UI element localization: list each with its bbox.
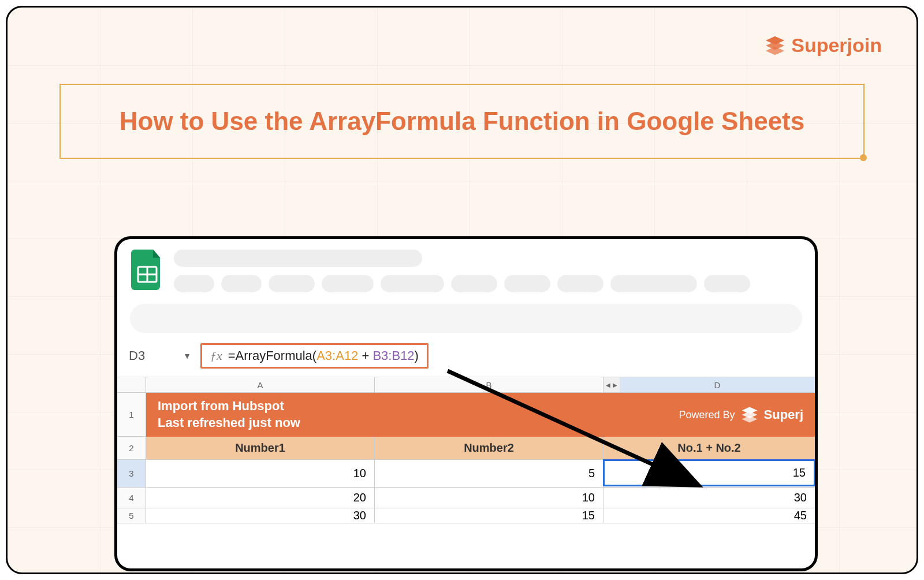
menu-ph-10 xyxy=(704,275,750,292)
row-number-3[interactable]: 3 xyxy=(117,460,146,487)
sheets-titlebar xyxy=(117,239,815,296)
doc-title-placeholder xyxy=(174,250,422,267)
banner-line-2: Last refreshed just now xyxy=(158,415,300,432)
powered-by-brand: Superj xyxy=(764,407,803,422)
val-B4: 10 xyxy=(375,488,603,508)
menu-ph-7 xyxy=(504,275,550,292)
menu-ph-9 xyxy=(610,275,697,292)
val-B5: 15 xyxy=(375,508,603,523)
banner-text: Import from Hubspot Last refreshed just … xyxy=(158,398,300,431)
column-header-A[interactable]: A xyxy=(146,377,375,392)
val-A4: 20 xyxy=(146,488,374,508)
active-cell-ref: D3 xyxy=(129,348,145,363)
svg-marker-2 xyxy=(766,46,784,54)
sheets-mock-frame: D3 ▼ ƒx =ArrayFormula(A3:A12 + B3:B12) A… xyxy=(114,236,818,571)
header-number1: Number1 xyxy=(146,437,374,459)
banner-line-1: Import from Hubspot xyxy=(158,398,300,415)
val-D3: 15 xyxy=(793,466,806,479)
title-placeholders xyxy=(174,250,801,292)
brand-logo: Superjoin xyxy=(765,34,882,57)
page-title-box: How to Use the ArrayFormula Function in … xyxy=(59,84,865,159)
header-cell-B[interactable]: Number2 xyxy=(375,437,603,459)
fx-icon: ƒx xyxy=(210,348,222,363)
header-sum: No.1 + No.2 xyxy=(603,437,815,459)
val-A5: 30 xyxy=(146,508,374,523)
banner-row: 1 Import from Hubspot Last refreshed jus… xyxy=(117,393,815,437)
table-header-row: 2 Number1 Number2 No.1 + No.2 xyxy=(117,437,815,460)
val-D5: 45 xyxy=(603,508,815,523)
banner-powered-by: Powered By Superj xyxy=(679,406,803,423)
menu-ph-2 xyxy=(221,275,262,292)
header-number2: Number2 xyxy=(375,437,603,459)
column-header-D[interactable]: D xyxy=(620,377,815,392)
cell-D3[interactable]: 15 xyxy=(603,460,815,487)
import-banner: Import from Hubspot Last refreshed just … xyxy=(146,393,815,437)
row-number-4[interactable]: 4 xyxy=(117,488,146,508)
row-number-5[interactable]: 5 xyxy=(117,508,146,523)
cell-A3[interactable]: 10 xyxy=(146,460,375,487)
superjoin-logo-icon xyxy=(741,406,758,423)
cell-D5[interactable]: 45 xyxy=(603,508,815,523)
formula-suffix: ) xyxy=(415,348,419,363)
formula-prefix: =ArrayFormula( xyxy=(228,348,316,363)
chevron-down-icon[interactable]: ▼ xyxy=(183,351,191,360)
page-title: How to Use the ArrayFormula Function in … xyxy=(120,107,805,135)
column-header-row[interactable]: A B ◀▶ D xyxy=(117,377,815,393)
menu-ph-4 xyxy=(322,275,374,292)
select-all-corner[interactable] xyxy=(117,377,146,392)
row-number-1[interactable]: 1 xyxy=(117,393,146,436)
menu-ph-1 xyxy=(174,275,214,292)
powered-by-label: Powered By xyxy=(679,409,735,421)
cell-A4[interactable]: 20 xyxy=(146,488,375,508)
formula-bar[interactable]: D3 ▼ ƒx =ArrayFormula(A3:A12 + B3:B12) xyxy=(117,343,815,369)
column-header-B[interactable]: B xyxy=(375,377,603,392)
cell-D4[interactable]: 30 xyxy=(603,488,815,508)
superjoin-logo-icon xyxy=(765,35,785,56)
table-row: 3 10 5 15 xyxy=(117,460,815,488)
cell-B3[interactable]: 5 xyxy=(375,460,603,487)
header-cell-A[interactable]: Number1 xyxy=(146,437,375,459)
selected-cell[interactable]: 15 xyxy=(603,459,815,486)
formula-op: + xyxy=(358,348,372,363)
table-row: 5 30 15 45 xyxy=(117,508,815,523)
menu-ph-3 xyxy=(269,275,315,292)
val-B3: 5 xyxy=(375,460,603,487)
menu-ph-8 xyxy=(557,275,603,292)
title-resize-handle xyxy=(860,154,867,161)
menu-ph-6 xyxy=(451,275,497,292)
menu-placeholders xyxy=(174,275,801,292)
val-D4: 30 xyxy=(603,488,815,508)
toolbar-placeholder xyxy=(130,304,802,333)
cell-B5[interactable]: 15 xyxy=(375,508,603,523)
tutorial-card: Superjoin How to Use the ArrayFormula Fu… xyxy=(6,6,918,574)
row-number-2[interactable]: 2 xyxy=(117,437,146,459)
formula-range-2: B3:B12 xyxy=(372,348,414,363)
frozen-columns-handle[interactable]: ◀▶ xyxy=(603,377,620,392)
formula-text[interactable]: =ArrayFormula(A3:A12 + B3:B12) xyxy=(228,348,419,363)
formula-box[interactable]: ƒx =ArrayFormula(A3:A12 + B3:B12) xyxy=(200,343,429,369)
name-box[interactable]: D3 ▼ xyxy=(125,348,200,363)
table-row: 4 20 10 30 xyxy=(117,488,815,508)
brand-name: Superjoin xyxy=(791,34,882,57)
menu-ph-5 xyxy=(381,275,444,292)
google-sheets-icon xyxy=(131,250,163,290)
cell-B4[interactable]: 10 xyxy=(375,488,603,508)
formula-range-1: A3:A12 xyxy=(316,348,358,363)
val-A3: 10 xyxy=(146,460,374,487)
cell-A5[interactable]: 30 xyxy=(146,508,375,523)
header-cell-D[interactable]: No.1 + No.2 xyxy=(603,437,815,459)
svg-marker-8 xyxy=(742,416,757,423)
